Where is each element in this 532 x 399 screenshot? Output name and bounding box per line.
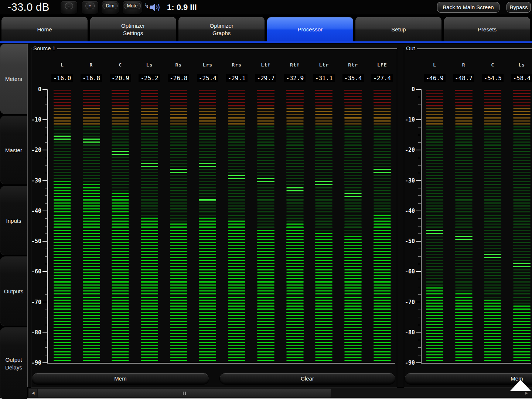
led (344, 205, 362, 207)
tab-processor[interactable]: Processor (267, 17, 353, 41)
led (141, 287, 158, 289)
led (228, 327, 245, 328)
led (513, 102, 531, 103)
led (199, 224, 216, 225)
horizontal-scrollbar[interactable]: ◀ ▶ (28, 388, 532, 398)
led (455, 257, 473, 258)
led (374, 141, 391, 143)
led (54, 251, 71, 252)
led (141, 169, 158, 170)
led (170, 136, 187, 137)
db-tick-minor (418, 127, 421, 127)
led (112, 208, 129, 209)
channel-peak-value-rs: -26.8 (168, 74, 189, 82)
led (141, 293, 158, 294)
tab-optimizer-graphs[interactable]: OptimizerGraphs (178, 17, 265, 41)
led (344, 360, 362, 361)
led (141, 324, 158, 325)
led (286, 269, 304, 270)
db-tick-minor (418, 173, 421, 173)
led (54, 108, 71, 109)
db-tick-major (416, 150, 421, 150)
source-mem-button[interactable]: Mem (32, 373, 209, 385)
sidebar-item-inputs[interactable]: Inputs (0, 186, 27, 255)
db-tick-minor (418, 287, 421, 287)
db-tick-minor (418, 105, 421, 105)
sidebar-item-output-delays[interactable]: OutputDelays (0, 327, 27, 399)
tab-setup[interactable]: Setup (355, 17, 441, 41)
led (374, 172, 391, 173)
led (426, 251, 443, 252)
led (257, 175, 274, 176)
led (513, 111, 531, 112)
led (141, 260, 158, 261)
db-tick-major (42, 150, 47, 150)
led (426, 163, 443, 164)
led (170, 148, 187, 149)
led (112, 190, 129, 191)
mute-button[interactable]: Mute (123, 1, 142, 14)
led (257, 348, 274, 349)
led (374, 318, 391, 319)
led (286, 312, 304, 313)
led (141, 175, 158, 176)
scrollbar-left-arrow[interactable]: ◀ (29, 389, 37, 398)
led (344, 136, 362, 137)
led (170, 163, 187, 164)
sidebar-item-meters[interactable]: Meters (0, 44, 27, 114)
led (112, 93, 129, 94)
led (170, 172, 187, 173)
led (374, 339, 391, 340)
led (513, 133, 531, 134)
sidebar-item-outputs[interactable]: Outputs (0, 256, 27, 326)
led (455, 136, 473, 137)
led (141, 242, 158, 243)
led (199, 278, 216, 279)
led (455, 172, 473, 173)
led (344, 287, 362, 289)
led (315, 190, 332, 191)
led (455, 215, 473, 216)
volume-minus-button[interactable]: - (61, 1, 77, 14)
led (455, 117, 473, 118)
scrollbar-thumb[interactable] (38, 389, 331, 398)
bypass-button[interactable]: Bypass (507, 2, 531, 13)
expand-panel-arrow[interactable] (510, 380, 531, 391)
led (344, 263, 362, 264)
db-tick-major (416, 241, 421, 242)
led (228, 172, 245, 173)
led (484, 154, 501, 155)
led (199, 293, 216, 294)
led (199, 172, 216, 173)
sidebar-item-master[interactable]: Master (0, 116, 27, 184)
led (426, 290, 443, 291)
source-clear-button[interactable]: Clear (219, 373, 395, 385)
led (112, 236, 129, 237)
led (344, 297, 362, 298)
led (484, 133, 501, 134)
led (170, 166, 187, 167)
led (199, 233, 216, 234)
channel-label-r: R (453, 62, 475, 68)
db-tick-minor (45, 142, 47, 143)
led (455, 211, 473, 212)
back-to-main-button[interactable]: Back to Main Screen (437, 2, 499, 13)
led (513, 345, 531, 346)
led (54, 233, 71, 234)
volume-plus-button[interactable]: + (82, 1, 98, 14)
led (374, 257, 391, 258)
tab-presets[interactable]: Presets (444, 17, 530, 41)
led (141, 330, 158, 331)
led (228, 248, 245, 249)
tab-optimizer-settings[interactable]: OptimizerSettings (90, 17, 176, 41)
dim-button[interactable]: Dim (102, 1, 119, 14)
led (344, 163, 362, 164)
led (141, 321, 158, 322)
led (228, 281, 245, 282)
db-tick-minor (45, 249, 47, 249)
led (484, 312, 501, 313)
led (344, 330, 362, 331)
led (286, 221, 304, 222)
tab-home[interactable]: Home (1, 17, 88, 41)
led (286, 233, 304, 234)
